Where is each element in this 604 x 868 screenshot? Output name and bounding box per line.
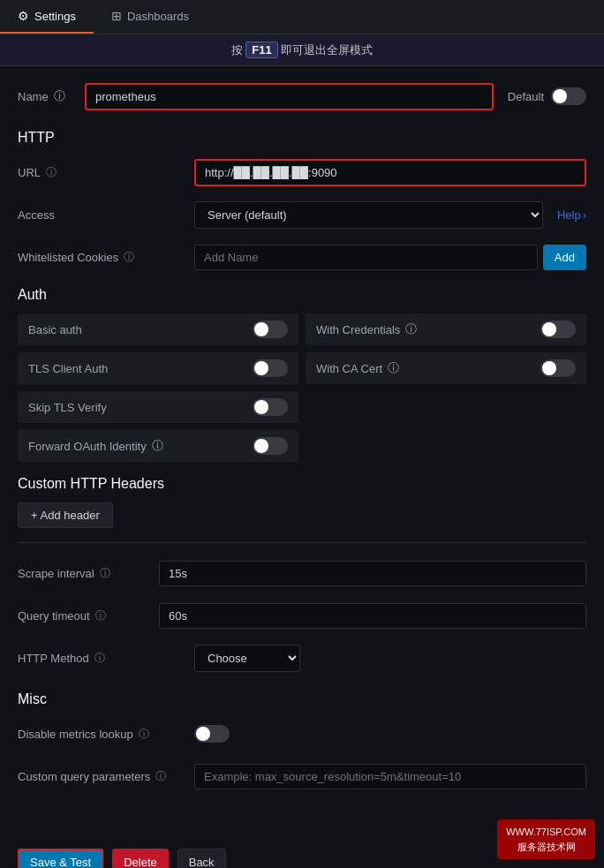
custom-query-params-control — [194, 764, 586, 789]
help-link[interactable]: Help › — [557, 208, 586, 222]
http-method-row: HTTP Method ⓘ Choose GET POST — [18, 642, 586, 674]
query-timeout-input[interactable] — [159, 603, 586, 629]
disable-metrics-label: Disable metrics lookup ⓘ — [18, 727, 194, 742]
settings-icon: ⚙ — [18, 9, 29, 23]
scrape-interval-input[interactable] — [159, 561, 586, 586]
tab-dashboards[interactable]: ⊞ Dashboards — [94, 0, 207, 34]
whitelisted-cookies-control: Add — [194, 245, 586, 270]
query-timeout-row: Query timeout ⓘ — [18, 600, 586, 631]
disable-metrics-toggle[interactable] — [194, 725, 230, 743]
dashboards-icon: ⊞ — [111, 9, 122, 23]
query-timeout-label: Query timeout ⓘ — [18, 608, 159, 623]
f11-key: F11 — [245, 42, 277, 58]
tls-client-auth-toggle[interactable] — [253, 359, 288, 377]
with-credentials-label: With Credentials ⓘ — [316, 321, 417, 337]
name-input-container — [85, 83, 494, 110]
auth-section-heading: Auth — [18, 287, 586, 303]
basic-auth-item: Basic auth — [18, 313, 298, 345]
access-label: Access — [18, 208, 194, 222]
with-ca-cert-info-icon[interactable]: ⓘ — [388, 360, 399, 376]
scrape-interval-label: Scrape interval ⓘ — [18, 566, 159, 581]
auth-grid: Basic auth With Credentials ⓘ TLS Client… — [18, 313, 586, 462]
custom-query-params-input[interactable] — [194, 764, 586, 789]
divider-1 — [18, 542, 586, 543]
url-label: URL ⓘ — [18, 165, 194, 180]
default-toggle[interactable] — [551, 87, 586, 105]
forward-oauth-label: Forward OAuth Identity ⓘ — [28, 438, 163, 454]
access-select-container: Server (default) Browser — [194, 201, 543, 229]
forward-oauth-item: Forward OAuth Identity ⓘ — [18, 430, 298, 462]
url-input-container — [194, 159, 586, 186]
save-test-button[interactable]: Save & Test — [18, 849, 103, 868]
auth-spacer — [306, 391, 586, 423]
basic-auth-label: Basic auth — [28, 323, 82, 336]
whitelisted-cookies-label: Whitelisted Cookies ⓘ — [18, 250, 194, 265]
delete-button[interactable]: Delete — [112, 849, 169, 868]
name-input[interactable] — [85, 83, 494, 110]
cookies-input-group: Add — [194, 245, 586, 270]
url-row: URL ⓘ — [18, 156, 586, 188]
add-header-button[interactable]: + Add header — [18, 502, 113, 528]
custom-headers-section: Custom HTTP Headers + Add header — [18, 476, 586, 528]
with-credentials-toggle[interactable] — [540, 321, 576, 338]
custom-query-params-row: Custom query parameters ⓘ — [18, 760, 586, 792]
watermark: WWW.77ISP.COM 服务器技术网 — [497, 819, 595, 859]
query-timeout-info-icon[interactable]: ⓘ — [95, 608, 106, 623]
main-content: Name ⓘ Default HTTP URL ⓘ Access — [0, 66, 604, 817]
access-row: Access Server (default) Browser Help › — [18, 199, 586, 230]
http-method-label: HTTP Method ⓘ — [18, 651, 194, 666]
access-select[interactable]: Server (default) Browser — [194, 201, 543, 229]
add-cookie-button[interactable]: Add — [543, 245, 586, 270]
fullscreen-banner: 按 F11 即可退出全屏模式 — [0, 34, 604, 66]
custom-query-params-info-icon[interactable]: ⓘ — [155, 769, 166, 784]
basic-auth-toggle[interactable] — [253, 321, 288, 338]
with-ca-cert-item: With CA Cert ⓘ — [306, 352, 586, 384]
http-method-info-icon[interactable]: ⓘ — [94, 651, 105, 666]
with-credentials-item: With Credentials ⓘ — [306, 313, 586, 345]
url-info-icon[interactable]: ⓘ — [46, 165, 57, 180]
whitelisted-cookies-row: Whitelisted Cookies ⓘ Add — [18, 241, 586, 273]
http-method-select[interactable]: Choose GET POST — [194, 645, 300, 672]
access-control: Server (default) Browser Help › — [194, 201, 586, 229]
with-ca-cert-toggle[interactable] — [540, 359, 576, 377]
forward-oauth-toggle[interactable] — [253, 437, 288, 455]
tls-client-auth-item: TLS Client Auth — [18, 352, 298, 384]
disable-metrics-info-icon[interactable]: ⓘ — [139, 727, 149, 742]
name-info-icon[interactable]: ⓘ — [54, 88, 65, 104]
back-button[interactable]: Back — [177, 849, 226, 868]
misc-section-heading: Misc — [18, 691, 586, 707]
skip-tls-verify-item: Skip TLS Verify — [18, 391, 298, 423]
custom-query-params-label: Custom query parameters ⓘ — [18, 769, 194, 784]
custom-headers-heading: Custom HTTP Headers — [18, 476, 586, 492]
with-ca-cert-label: With CA Cert ⓘ — [316, 360, 399, 376]
name-label: Name ⓘ — [18, 88, 71, 104]
disable-metrics-row: Disable metrics lookup ⓘ — [18, 718, 586, 750]
cookies-input[interactable] — [194, 245, 538, 270]
cookies-info-icon[interactable]: ⓘ — [124, 250, 134, 265]
forward-oauth-info-icon[interactable]: ⓘ — [152, 438, 163, 454]
skip-tls-toggle[interactable] — [253, 398, 288, 416]
with-credentials-info-icon[interactable]: ⓘ — [405, 321, 417, 337]
tab-settings[interactable]: ⚙ Settings — [0, 0, 94, 34]
url-input[interactable] — [194, 159, 586, 186]
http-section-heading: HTTP — [18, 130, 586, 146]
skip-tls-verify-label: Skip TLS Verify — [28, 401, 107, 414]
scrape-interval-info-icon[interactable]: ⓘ — [100, 566, 110, 581]
http-method-select-container: Choose GET POST — [194, 645, 300, 672]
tls-client-auth-label: TLS Client Auth — [28, 362, 108, 375]
default-toggle-row: Default — [508, 87, 586, 105]
scrape-interval-row: Scrape interval ⓘ — [18, 557, 586, 589]
name-row: Name ⓘ Default — [18, 80, 586, 112]
tab-bar: ⚙ Settings ⊞ Dashboards — [0, 0, 604, 34]
